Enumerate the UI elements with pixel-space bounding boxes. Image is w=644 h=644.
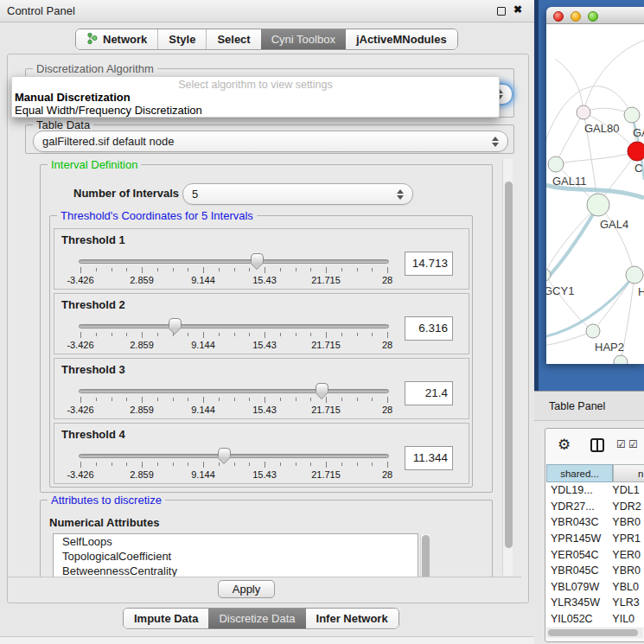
table-row[interactable]: YER054CYER0 [546,546,644,563]
network-node[interactable] [548,156,564,172]
control-panel: Control Panel ✖ Network Style Select Cyn… [0,0,534,644]
cell[interactable]: YBR045C [546,564,612,577]
tab-network-label: Network [103,33,147,46]
list-item[interactable]: SelfLoops [54,534,418,549]
cell[interactable]: YBR0 [612,516,644,528]
tab-infer-network[interactable]: Infer Network [306,609,399,628]
table-row[interactable]: YLR345WYLR3 [546,595,644,611]
threshold-1-slider-track[interactable] [79,259,389,264]
interval-definition-title: Interval Definition [48,158,141,171]
checkbox-icon[interactable]: ☑ [628,438,638,450]
cell[interactable]: YLR345W [546,596,612,609]
table-row[interactable]: YIL052CYIL0 [546,611,644,627]
network-node[interactable] [577,105,590,119]
close-traffic-light-icon[interactable] [553,11,564,22]
cell[interactable]: YDL19... [546,484,612,496]
network-view-window: GAL80GACGAL11GAL4GCY1HHAP2 [546,7,644,364]
tab-discretize-data-label: Discretize Data [219,612,295,625]
number-of-intervals-combobox[interactable]: 5 [182,183,413,205]
network-node[interactable] [587,194,609,216]
network-node[interactable] [614,355,628,364]
network-node[interactable] [628,142,644,161]
tab-style[interactable]: Style [157,29,206,49]
settings-scrollbar-thumb[interactable] [505,182,513,548]
threshold-4-panel: Threshold 4 -3.4262.8599.14415.4321.7152… [54,423,469,484]
combo-arrows-icon [492,137,499,147]
threshold-4-slider-track[interactable] [79,454,389,458]
threshold-2-slider-track[interactable] [79,324,389,328]
tab-cyni-toolbox[interactable]: Cyni Toolbox [261,29,346,49]
network-node-label: GA [633,126,644,139]
apply-button[interactable]: Apply [218,580,275,598]
list-item[interactable]: TopologicalCoefficient [54,549,418,564]
cell[interactable]: YLR3 [612,596,644,609]
threshold-3-value[interactable]: 21.4 [405,381,453,405]
cell[interactable]: YBL079W [546,581,612,593]
list-scrollbar[interactable] [420,534,430,577]
network-window-titlebar[interactable] [546,7,644,24]
cell[interactable]: YER0 [612,549,644,561]
algorithm-option-equal-width[interactable]: Equal Width/Frequency Discretization [15,104,202,117]
table-row[interactable]: YPR145WYPR1 [546,531,644,547]
tab-discretize-data[interactable]: Discretize Data [208,609,305,628]
table-row[interactable]: YDR27...YDR2 [546,499,644,515]
cell[interactable]: YPR145W [546,532,612,545]
list-scrollbar-thumb[interactable] [422,535,430,577]
minimize-traffic-light-icon[interactable] [571,11,581,22]
numerical-attributes-list[interactable]: SelfLoops TopologicalCoefficient Between… [53,533,418,577]
threshold-1-slider-thumb[interactable] [251,253,264,263]
network-node[interactable] [586,324,600,338]
network-node[interactable] [624,107,640,123]
network-nodes[interactable]: GAL80GACGAL11GAL4GCY1HHAP2 [546,105,644,364]
table-row[interactable]: YBR045CYBR0 [546,563,644,579]
zoom-traffic-light-icon[interactable] [588,11,598,22]
table-rows[interactable]: YDL19...YDL1 YDR27...YDR2 YBR043CYBR0 YP… [546,482,644,627]
threshold-4-value[interactable]: 11.344 [405,446,453,470]
threshold-1-value[interactable]: 14.713 [405,252,453,276]
table-row[interactable]: YBR043CYBR0 [546,514,644,531]
cell[interactable]: YBR043C [546,516,612,528]
threshold-2-slider-thumb[interactable] [169,318,182,328]
settings-scrollbar[interactable] [502,159,513,576]
cell[interactable]: YDR2 [612,501,644,513]
cell[interactable]: YIL052C [546,613,612,625]
algorithm-option-manual[interactable]: Manual Discretization [15,91,131,104]
gear-icon[interactable]: ⚙ [558,436,571,454]
network-node[interactable] [626,266,643,284]
table-horizontal-scrollbar[interactable] [546,628,643,638]
tab-select[interactable]: Select [206,29,260,49]
table-panel-titlebar[interactable]: Table Panel [534,391,644,421]
cell[interactable]: YPR1 [612,532,644,545]
list-item[interactable]: BetweennessCentrality [54,564,418,577]
threshold-3-slider-thumb[interactable] [316,383,328,392]
table-data-combobox[interactable]: galFiltered.sif default node [33,131,508,152]
threshold-3-slider-track[interactable] [79,389,389,393]
cell[interactable]: YDR27... [546,501,612,513]
network-node[interactable] [546,269,551,281]
threshold-coordinates-title: Threshold's Coordinates for 5 Intervals [57,209,257,222]
threshold-2-value[interactable]: 6.316 [405,316,453,341]
table-horizontal-scrollbar-thumb[interactable] [548,629,638,636]
network-canvas[interactable]: GAL80GACGAL11GAL4GCY1HHAP2 [546,24,644,364]
threshold-4-slider-thumb[interactable] [218,448,231,457]
table-row[interactable]: YBL079WYBL0 [546,579,644,596]
column-header-shared[interactable]: shared... [546,464,613,482]
close-icon[interactable]: ✖ [513,3,522,16]
float-window-icon[interactable] [497,7,506,16]
cell[interactable]: YER054C [546,549,612,561]
split-columns-icon[interactable] [590,438,604,452]
cell[interactable]: YBR0 [612,564,644,577]
table-row[interactable]: YDL19...YDL1 [546,482,644,499]
column-header-name[interactable]: n [613,464,644,482]
network-node-label: GAL11 [552,175,587,188]
cell[interactable]: YDL1 [612,484,644,496]
threshold-2-scale: -3.4262.8599.14415.4321.71528 [80,340,387,350]
attributes-group: Attributes to discretize Numerical Attri… [40,500,493,577]
cell[interactable]: YBL0 [612,581,644,593]
table-data-group: Table Data galFiltered.sif default node [25,124,514,154]
cell[interactable]: YIL0 [612,613,644,625]
tab-network[interactable]: Network [76,29,157,49]
tab-impute-data[interactable]: Impute Data [124,609,208,628]
checkbox-icon[interactable]: ☑ [616,438,626,450]
tab-jactivemnodules[interactable]: jActiveMNodules [346,29,457,49]
